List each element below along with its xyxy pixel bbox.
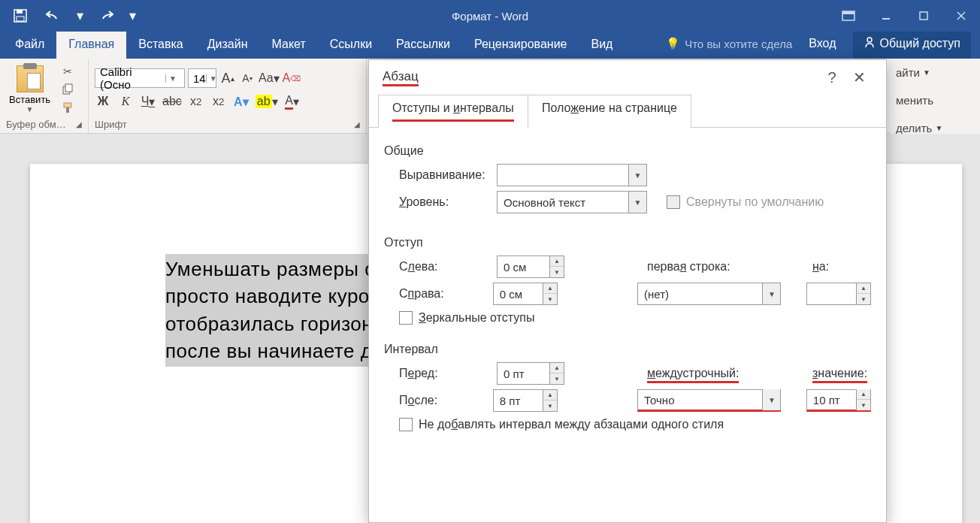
save-icon[interactable]: [6, 2, 35, 30]
text-effects-icon[interactable]: A▾: [233, 92, 250, 110]
spin-down-icon[interactable]: ▼: [550, 267, 564, 277]
undo-icon[interactable]: [39, 2, 68, 30]
spacing-after-spin[interactable]: 8 пт ▲▼: [493, 389, 558, 412]
superscript-button[interactable]: x2: [210, 92, 227, 110]
maximize-icon[interactable]: [905, 0, 942, 32]
shrink-font-icon[interactable]: A▾: [239, 69, 256, 87]
tab-file[interactable]: Файл: [3, 32, 56, 59]
minimize-icon[interactable]: [867, 0, 905, 32]
mirror-indents-checkbox[interactable]: [399, 311, 413, 325]
ribbon-display-options-icon[interactable]: [830, 0, 867, 32]
spin-down-icon[interactable]: ▼: [857, 400, 870, 410]
window-controls: [830, 0, 980, 32]
dialog-tabs: Отступы и интервалы Положение на страниц…: [369, 95, 886, 128]
spin-down-icon[interactable]: ▼: [550, 373, 564, 384]
spin-up-icon[interactable]: ▲: [543, 283, 557, 294]
dialog-launcher-icon[interactable]: ◢: [354, 120, 360, 128]
copy-icon[interactable]: [59, 81, 76, 98]
by-spin[interactable]: ▲▼: [806, 283, 871, 305]
svg-rect-6: [920, 12, 927, 20]
at-spin[interactable]: 10 пт ▲▼: [806, 389, 871, 412]
underline-button[interactable]: Ч▾: [140, 92, 156, 110]
outline-level-label: Уровень:: [399, 195, 489, 209]
collapsed-label: Свернуты по умолчанию: [686, 195, 824, 209]
share-button[interactable]: Общий доступ: [853, 29, 972, 59]
format-painter-icon[interactable]: [59, 99, 76, 116]
find-button[interactable]: айти ▼: [890, 59, 980, 86]
redo-icon[interactable]: [92, 2, 120, 30]
close-icon[interactable]: [942, 0, 980, 32]
sign-in-button[interactable]: Вход: [801, 31, 843, 56]
paste-button[interactable]: Вставить ▼: [6, 62, 53, 116]
tab-home[interactable]: Главная: [56, 32, 126, 59]
font-name-combo[interactable]: Calibri (Осно▼: [95, 68, 185, 88]
spacing-before-label: Перед:: [399, 367, 489, 380]
alignment-combo[interactable]: ▼: [497, 164, 647, 186]
spin-up-icon[interactable]: ▲: [857, 283, 870, 294]
spin-up-icon[interactable]: ▲: [550, 363, 564, 373]
close-button[interactable]: ✕: [845, 68, 873, 86]
ribbon-tabs: Файл Главная Вставка Дизайн Макет Ссылки…: [0, 32, 980, 59]
titlebar: ▾ ▾ Формат - Word: [0, 0, 980, 32]
section-indent: Отступ: [384, 236, 871, 249]
alignment-label: Выравнивание:: [399, 168, 489, 182]
svg-rect-11: [65, 84, 72, 92]
first-line-label: первая строка:: [647, 260, 752, 274]
chevron-down-icon: ▼: [628, 165, 646, 186]
special-indent-combo[interactable]: (нет)▼: [637, 283, 781, 305]
tab-mailings[interactable]: Рассылки: [384, 32, 462, 59]
change-case-icon[interactable]: Aa▾: [259, 69, 280, 87]
tab-line-page-breaks[interactable]: Положение на странице: [528, 95, 691, 128]
chevron-down-icon: ▼: [165, 74, 180, 83]
clipboard-group-label: Буфер обм…◢: [6, 117, 82, 132]
group-clipboard: Вставить ▼ ✂ Буфер обм…◢: [0, 59, 89, 133]
tell-me-input[interactable]: 💡 Что вы хотите сдела: [666, 37, 792, 50]
tab-layout[interactable]: Макет: [260, 32, 318, 59]
replace-button[interactable]: менить: [890, 86, 980, 114]
dialog-title-text: Абзац: [383, 69, 419, 86]
spin-up-icon[interactable]: ▲: [857, 389, 870, 400]
tab-view[interactable]: Вид: [579, 32, 625, 59]
section-spacing: Интервал: [384, 343, 871, 356]
no-space-same-style-checkbox[interactable]: [399, 418, 413, 431]
tab-design[interactable]: Дизайн: [195, 32, 260, 59]
font-size-combo[interactable]: 14▼: [188, 68, 216, 88]
spin-down-icon[interactable]: ▼: [543, 294, 557, 304]
svg-rect-12: [64, 103, 71, 107]
undo-dropdown-icon[interactable]: ▾: [72, 2, 87, 30]
chevron-down-icon: ▼: [762, 389, 780, 410]
qat-customize-icon[interactable]: ▾: [125, 2, 140, 30]
mirror-indents-label: Зеркальные отступы: [419, 311, 534, 325]
highlight-icon[interactable]: ab▾: [256, 92, 278, 110]
font-color-icon[interactable]: A▾: [284, 92, 301, 110]
tab-references[interactable]: Ссылки: [318, 32, 384, 59]
bold-button[interactable]: Ж: [95, 92, 111, 110]
subscript-button[interactable]: x2: [188, 92, 204, 110]
help-button[interactable]: ?: [818, 69, 845, 86]
paste-icon: [17, 65, 44, 92]
tab-insert[interactable]: Вставка: [126, 32, 195, 59]
spin-up-icon[interactable]: ▲: [550, 256, 564, 267]
line-spacing-combo[interactable]: Точно▼: [637, 389, 781, 412]
spin-down-icon[interactable]: ▼: [543, 401, 557, 411]
indent-right-label: Справа:: [399, 287, 485, 301]
at-label: значение:: [812, 367, 867, 380]
dialog-body: Общие Выравнивание: ▼ Уровень: Основной …: [369, 128, 886, 446]
spin-down-icon[interactable]: ▼: [857, 294, 870, 304]
indent-left-spin[interactable]: 0 см ▲▼: [497, 255, 564, 278]
tab-review[interactable]: Рецензирование: [462, 32, 579, 59]
svg-rect-4: [842, 11, 854, 14]
cut-icon[interactable]: ✂: [59, 63, 76, 80]
dialog-launcher-icon[interactable]: ◢: [76, 120, 82, 128]
paste-label: Вставить: [9, 94, 50, 105]
lightbulb-icon: 💡: [666, 37, 680, 50]
italic-button[interactable]: К: [117, 92, 134, 110]
outline-level-combo[interactable]: Основной текст▼: [497, 191, 647, 213]
spin-up-icon[interactable]: ▲: [543, 390, 557, 401]
strikethrough-button[interactable]: abc: [162, 92, 182, 110]
spacing-before-spin[interactable]: 0 пт ▲▼: [497, 362, 564, 385]
clear-formatting-icon[interactable]: A⌫: [283, 69, 301, 87]
grow-font-icon[interactable]: A▴: [219, 69, 236, 87]
tab-indents-spacing[interactable]: Отступы и интервалы: [378, 95, 528, 128]
indent-right-spin[interactable]: 0 см ▲▼: [493, 283, 558, 305]
